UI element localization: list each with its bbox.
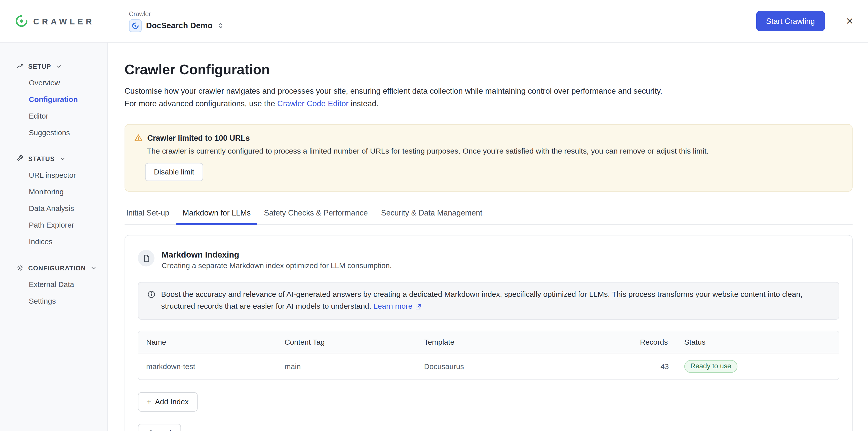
crawler-name: DocSearch Demo xyxy=(146,21,213,30)
cell-template: Docusaurus xyxy=(416,353,632,380)
sidebar-item-editor[interactable]: Editor xyxy=(17,108,102,124)
tab-security-data[interactable]: Security & Data Management xyxy=(374,208,489,225)
card-title: Markdown Indexing xyxy=(162,250,392,259)
chevron-down-icon xyxy=(56,63,62,69)
cancel-button[interactable]: Cancel xyxy=(138,424,181,431)
subtitle-line2-prefix: For more advanced configurations, use th… xyxy=(125,99,277,108)
info-icon xyxy=(147,290,155,298)
logo-text: CRAWLER xyxy=(33,17,95,26)
crawler-code-editor-link[interactable]: Crawler Code Editor xyxy=(277,99,348,108)
info-text: Boost the accuracy and relevance of AI-g… xyxy=(161,290,802,310)
sidebar: SETUP Overview Configuration Editor Sugg… xyxy=(0,42,108,431)
subtitle-line1: Customise how your crawler navigates and… xyxy=(125,86,662,95)
sidebar-section-label: CONFIGURATION xyxy=(28,265,86,271)
tab-safety-checks[interactable]: Safety Checks & Performance xyxy=(257,208,374,225)
crawler-selector[interactable]: DocSearch Demo xyxy=(129,19,224,32)
crawler-logo-icon xyxy=(16,15,28,27)
cell-content-tag: main xyxy=(277,353,416,380)
card-subtitle: Creating a separate Markdown index optim… xyxy=(162,262,392,270)
crawler-badge-icon xyxy=(129,19,142,32)
indexes-table: Name Content Tag Template Records Status… xyxy=(138,331,839,380)
sidebar-item-indices[interactable]: Indices xyxy=(17,233,102,250)
page-subtitle: Customise how your crawler navigates and… xyxy=(125,85,852,110)
col-header-status: Status xyxy=(677,331,839,353)
cell-index-name: markdown-test xyxy=(138,353,277,380)
cell-status: Ready to use xyxy=(677,353,839,380)
crawler-switcher: Crawler DocSearch Demo xyxy=(129,10,224,32)
main-content: Crawler Configuration Customise how your… xyxy=(108,42,868,431)
config-tabs: Initial Set-up Markdown for LLMs Safety … xyxy=(125,208,852,225)
sidebar-section-setup: SETUP Overview Configuration Editor Sugg… xyxy=(17,63,102,141)
markdown-indexing-card: Markdown Indexing Creating a separate Ma… xyxy=(125,235,852,431)
start-crawling-button[interactable]: Start Crawling xyxy=(756,11,825,31)
sidebar-header-setup[interactable]: SETUP xyxy=(17,63,102,70)
crawler-switcher-label: Crawler xyxy=(129,10,224,17)
sidebar-item-settings[interactable]: Settings xyxy=(17,292,102,309)
close-icon[interactable]: ✕ xyxy=(846,17,854,26)
url-limit-banner: Crawler limited to 100 URLs The crawler … xyxy=(125,124,852,192)
external-link-icon xyxy=(415,303,422,310)
col-header-content-tag: Content Tag xyxy=(277,331,416,353)
tab-initial-setup[interactable]: Initial Set-up xyxy=(125,208,176,225)
gear-icon xyxy=(17,264,24,271)
col-header-name: Name xyxy=(138,331,277,353)
table-row[interactable]: markdown-test main Docusaurus 43 Ready t… xyxy=(138,353,839,380)
banner-title: Crawler limited to 100 URLs xyxy=(147,134,250,143)
plus-icon: + xyxy=(147,398,151,406)
sidebar-item-suggestions[interactable]: Suggestions xyxy=(17,124,102,141)
page-title: Crawler Configuration xyxy=(125,61,852,78)
sidebar-header-configuration[interactable]: CONFIGURATION xyxy=(17,264,102,271)
sidebar-item-configuration[interactable]: Configuration xyxy=(17,91,102,108)
sidebar-item-monitoring[interactable]: Monitoring xyxy=(17,183,102,200)
sidebar-item-path-explorer[interactable]: Path Explorer xyxy=(17,217,102,233)
sidebar-header-status[interactable]: STATUS xyxy=(17,155,102,162)
info-callout: Boost the accuracy and relevance of AI-g… xyxy=(138,282,839,319)
banner-description: The crawler is currently configured to p… xyxy=(147,147,841,155)
col-header-records: Records xyxy=(632,331,677,353)
disable-limit-button[interactable]: Disable limit xyxy=(145,163,203,181)
learn-more-link[interactable]: Learn more xyxy=(373,301,422,312)
table-header-row: Name Content Tag Template Records Status xyxy=(138,331,839,353)
col-header-template: Template xyxy=(416,331,632,353)
sidebar-item-overview[interactable]: Overview xyxy=(17,74,102,91)
sidebar-section-configuration: CONFIGURATION External Data Settings xyxy=(17,264,102,309)
topbar: CRAWLER Crawler DocSearch Demo Start Cra… xyxy=(0,0,868,42)
subtitle-line2-suffix: instead. xyxy=(348,99,378,108)
sidebar-item-data-analysis[interactable]: Data Analysis xyxy=(17,200,102,217)
sidebar-section-status: STATUS URL inspector Monitoring Data Ana… xyxy=(17,155,102,250)
chevron-down-icon xyxy=(90,265,97,271)
cell-records: 43 xyxy=(632,353,677,380)
app-window: CRAWLER Crawler DocSearch Demo Start Cra… xyxy=(0,0,868,431)
status-badge: Ready to use xyxy=(684,360,737,373)
sidebar-item-url-inspector[interactable]: URL inspector xyxy=(17,167,102,183)
tab-markdown-for-llms[interactable]: Markdown for LLMs xyxy=(176,208,257,225)
app-logo: CRAWLER xyxy=(16,15,95,27)
sidebar-section-label: STATUS xyxy=(28,155,55,162)
document-icon xyxy=(138,250,154,267)
chevron-down-icon xyxy=(59,155,66,162)
trend-icon xyxy=(17,63,24,70)
warning-icon xyxy=(134,134,143,143)
sidebar-item-external-data[interactable]: External Data xyxy=(17,276,102,292)
topbar-actions: Start Crawling ✕ xyxy=(756,11,854,31)
unfold-caret-icon xyxy=(217,22,224,29)
sidebar-section-label: SETUP xyxy=(28,63,51,69)
add-index-button[interactable]: +Add Index xyxy=(138,392,197,412)
wrench-icon xyxy=(17,155,24,162)
